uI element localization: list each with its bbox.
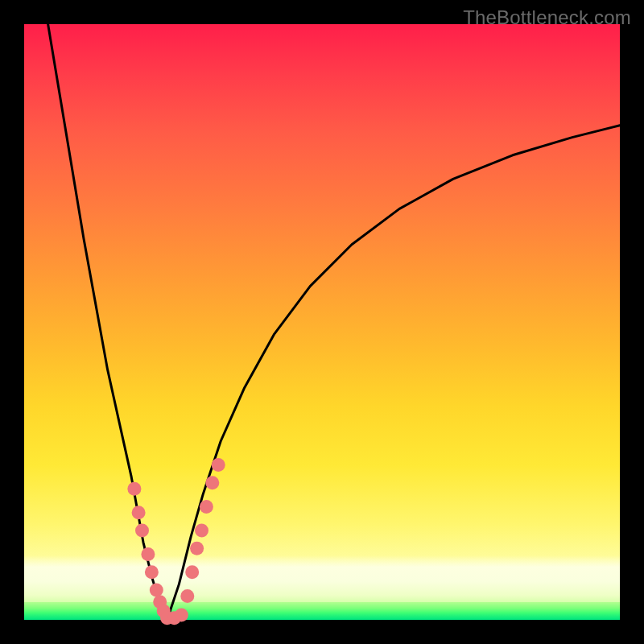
bead-marker — [190, 542, 204, 555]
bead-marker — [200, 500, 213, 514]
outer-frame: TheBottleneck.com — [0, 0, 644, 644]
plot-area — [24, 24, 620, 620]
right-branch-curve — [167, 126, 620, 620]
bead-marker — [135, 524, 149, 538]
bead-marker — [150, 584, 163, 597]
bead-marker — [127, 482, 141, 496]
left-branch-curve — [48, 24, 167, 620]
bead-marker — [195, 524, 208, 538]
bead-marker — [212, 458, 225, 472]
bead-marker — [185, 565, 199, 579]
bead-marker — [205, 476, 219, 489]
bead-marker — [175, 609, 188, 622]
bead-marker — [141, 547, 155, 561]
bead-marker — [180, 589, 194, 603]
bead-marker — [145, 565, 159, 579]
watermark-text: TheBottleneck.com — [463, 6, 631, 29]
bead-marker — [132, 506, 146, 519]
curves-svg — [24, 24, 620, 620]
